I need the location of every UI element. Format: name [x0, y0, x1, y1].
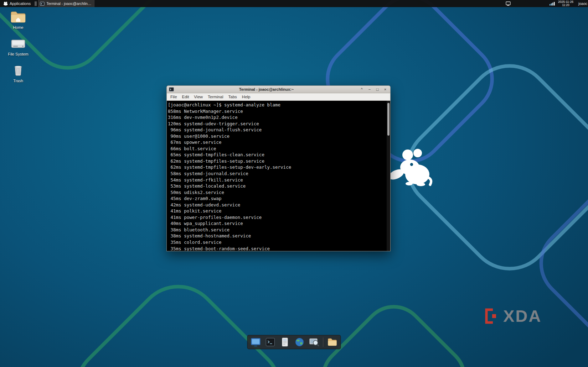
close-button[interactable]: × — [382, 86, 388, 93]
home-folder-icon — [10, 10, 26, 23]
file-system-drive-icon — [10, 37, 26, 50]
trash-icon — [10, 63, 26, 77]
maximize-button[interactable]: □ — [375, 86, 380, 93]
terminal-menubar: File Edit View Terminal Tabs Help — [167, 93, 390, 101]
file-manager-icon[interactable] — [327, 336, 338, 348]
terminal-line: 53ms systemd-localed.service — [168, 183, 386, 189]
minimize-button[interactable]: − — [367, 86, 372, 93]
window-title: Terminal - joaoc@archlinux:~ — [176, 87, 357, 91]
desktop-icons: Home File System Trash — [3, 10, 33, 83]
applications-label: Applications — [10, 1, 31, 6]
terminal-line: 41ms power-profiles-daemon.service — [168, 214, 386, 221]
terminal-line: 38ms systemd-hostnamed.service — [168, 233, 386, 239]
terminal-line: 45ms dev-zram0.swap — [168, 195, 386, 202]
xfce-mouse-logo — [388, 147, 433, 190]
menu-terminal[interactable]: Terminal — [205, 95, 226, 99]
panel-tray: 2025-11-26 11:20 joaoc — [506, 0, 588, 7]
menu-view[interactable]: View — [191, 95, 205, 99]
taskbar-window-label: Terminal - joaoc@archlinu... — [46, 1, 92, 6]
applications-menu-button[interactable]: Applications — [0, 0, 34, 7]
taskbar-window-button[interactable]: Terminal - joaoc@archlinu... — [37, 0, 94, 7]
top-panel: Applications Terminal - joaoc@archlinu..… — [0, 0, 588, 7]
xda-text: XDA — [503, 306, 542, 326]
clock-time: 11:20 — [562, 4, 569, 7]
terminal-launcher-icon[interactable] — [265, 336, 276, 348]
terminal-window-icon — [169, 87, 174, 92]
terminal-line: 58ms systemd-journald.service — [168, 171, 386, 177]
scrollbar-thumb[interactable] — [387, 103, 390, 136]
desktop-icon-label: Home — [13, 25, 23, 30]
show-desktop-icon[interactable] — [250, 336, 262, 348]
terminal-line: 62ms systemd-tmpfiles-setup.service — [168, 158, 386, 164]
terminal-line: 50ms udisks2.service — [168, 189, 386, 196]
desktop-icon-home[interactable]: Home — [3, 10, 33, 30]
terminal-line: [joaoc@archlinux ~]$ systemd-analyze bla… — [168, 102, 386, 108]
terminal-line: 67ms upower.service — [168, 139, 386, 146]
menu-file[interactable]: File — [168, 95, 180, 99]
terminal-line: 62ms systemd-tmpfiles-setup-dev-early.se… — [168, 164, 386, 171]
menu-edit[interactable]: Edit — [180, 95, 192, 99]
xfce-menu-icon — [3, 1, 8, 6]
terminal-line: 66ms bolt.service — [168, 146, 386, 152]
shade-button[interactable]: ^ — [359, 86, 365, 93]
terminal-line: 96ms systemd-journal-flush.service — [168, 127, 386, 133]
dock-separator — [323, 337, 324, 347]
xda-watermark: XDA — [483, 306, 542, 326]
network-monitor-icon[interactable] — [549, 1, 555, 6]
application-finder-icon[interactable] — [309, 336, 320, 348]
desktop-icon-file-system[interactable]: File System — [3, 37, 33, 56]
terminal-line: 40ms wpa_supplicant.service — [168, 220, 386, 227]
terminal-window: Terminal - joaoc@archlinux:~ ^ − □ × Fil… — [166, 85, 391, 251]
terminal-scrollbar[interactable] — [387, 101, 390, 251]
terminal-line: 41ms polkit.service — [168, 208, 386, 214]
panel-clock[interactable]: 2025-11-26 11:20 — [558, 0, 573, 7]
desktop-icon-label: File System — [8, 52, 28, 56]
document-viewer-icon[interactable] — [279, 336, 291, 348]
terminal-line: 65ms systemd-tmpfiles-clean.service — [168, 152, 386, 158]
terminal-line: 316ms dev-nvme0n1p2.device — [168, 114, 386, 121]
desktop-icon-trash[interactable]: Trash — [3, 63, 33, 83]
dock — [247, 335, 341, 349]
panel-username[interactable]: joaoc — [578, 1, 588, 6]
terminal-titlebar[interactable]: Terminal - joaoc@archlinux:~ ^ − □ × — [167, 86, 390, 93]
panel-grip[interactable] — [35, 1, 37, 6]
desktop-icon-label: Trash — [13, 79, 23, 83]
menu-tabs[interactable]: Tabs — [226, 95, 239, 99]
web-browser-icon[interactable] — [294, 336, 305, 348]
terminal-line: 42ms systemd-udevd.service — [168, 202, 386, 208]
terminal-line: 120ms systemd-udev-trigger.service — [168, 121, 386, 127]
terminal-output[interactable]: [joaoc@archlinux ~]$ systemd-analyze bla… — [167, 101, 390, 251]
xda-logo-icon — [483, 308, 500, 324]
terminal-line: 90ms user@1000.service — [168, 133, 386, 140]
terminal-line: 54ms systemd-rfkill.service — [168, 177, 386, 183]
terminal-line: 35ms colord.service — [168, 239, 386, 246]
terminal-line: 35ms systemd-boot-random-seed.service — [168, 246, 386, 251]
terminal-line: 38ms bluetooth.service — [168, 227, 386, 233]
terminal-line: 858ms NetworkManager.service — [168, 108, 386, 115]
terminal-lines: [joaoc@archlinux ~]$ systemd-analyze bla… — [167, 101, 390, 251]
display-icon[interactable] — [506, 1, 511, 6]
menu-help[interactable]: Help — [239, 95, 253, 99]
terminal-icon — [40, 1, 45, 6]
